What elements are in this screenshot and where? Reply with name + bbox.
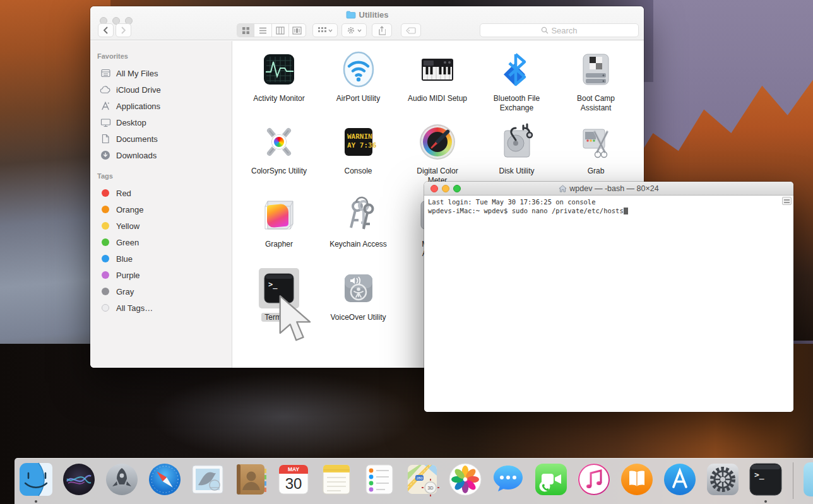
sidebar-item-red[interactable]: Red [90,185,232,201]
split-pane-button[interactable] [782,197,792,205]
sidebar-item-orange[interactable]: Orange [90,201,232,218]
app-disk-utility[interactable]: Disk Utility [478,122,555,176]
app-boot-camp-assistant[interactable]: Boot CampAssistant [557,49,634,113]
dock-divider [793,462,793,499]
sidebar-item-gray[interactable]: Gray [90,283,232,300]
app-bluetooth-file-exchange[interactable]: Bluetooth FileExchange [478,49,555,113]
column-view-icon [276,26,285,35]
app-voiceover-utility[interactable]: VoiceOver Utility [320,268,397,322]
sidebar-item-label: All Tags… [116,303,153,313]
sidebar-item-label: All My Files [116,69,158,78]
tag-button[interactable] [401,23,421,37]
app-label: ColorSync Utility [240,167,317,176]
app-keychain-access[interactable]: Keychain Access [320,195,397,249]
sidebar-item-label: Yellow [116,221,139,231]
wallpaper-snow-patch [151,372,417,460]
sidebar-item-downloads[interactable]: Downloads [90,147,232,163]
colorsync-utility-icon [259,122,299,162]
app-label: Activity Monitor [240,94,317,103]
app-audio-midi-setup[interactable]: Audio MIDI Setup [399,49,476,103]
dock-reminders[interactable] [362,462,396,496]
sidebar-item-purple[interactable]: Purple [90,267,232,283]
icon-view-button[interactable] [237,24,254,37]
app-label: Audio MIDI Setup [399,94,476,103]
sidebar-item-all-tags[interactable]: All Tags… [90,300,232,316]
arrange-button[interactable] [312,23,338,37]
bluetooth-file-exchange-icon [497,49,537,90]
dock-messages[interactable] [491,462,525,496]
back-button[interactable] [98,23,114,37]
sidebar-item-icloud-drive[interactable]: iCloud Drive [90,81,232,98]
desktop: Utilities [0,0,813,504]
share-button[interactable] [372,23,392,37]
app-console[interactable]: WARNINAY 7:36Console [320,122,397,176]
dock-safari[interactable] [148,462,182,496]
dock-appstore[interactable] [663,462,697,496]
sidebar-item-documents[interactable]: Documents [90,131,232,147]
applications-icon [100,100,111,112]
terminal-content[interactable]: Last login: Tue May 30 17:36:25 on conso… [424,196,793,412]
sidebar-item-label: Blue [116,254,133,264]
list-view-icon [259,26,267,35]
app-activity-monitor[interactable]: Activity Monitor [240,49,317,103]
console-icon: WARNINAY 7:36 [338,122,379,162]
dock-notes[interactable] [319,462,353,496]
dock-siri[interactable] [62,462,96,496]
tag-color-dot [102,189,109,197]
tag-color-dot [102,304,109,312]
column-view-button[interactable] [272,24,289,37]
dock-terminal[interactable]: >_ [749,462,783,496]
coverflow-view-button[interactable] [289,24,306,37]
dock-maps[interactable]: 2803D [405,462,439,496]
icloud-drive-icon [100,84,111,95]
app-grapher[interactable]: Grapher [240,195,317,249]
sidebar-item-blue[interactable]: Blue [90,250,232,267]
search-input[interactable]: Search [480,23,639,37]
sidebar-item-label: Green [116,238,139,247]
svg-text:>_: >_ [754,470,764,480]
sidebar-item-all-my-files[interactable]: All My Files [90,65,232,81]
icon-view-icon [242,26,250,35]
voiceover-utility-icon [338,268,379,308]
dock-partial-icon[interactable] [804,462,813,496]
sidebar-item-green[interactable]: Green [90,234,232,250]
dock-itunes[interactable] [577,462,611,496]
sidebar-item-label: Purple [116,271,140,280]
view-mode-control [237,23,306,37]
dock-photos[interactable] [448,462,482,496]
dock-contacts[interactable] [234,462,268,496]
svg-text:280: 280 [416,476,423,480]
sidebar-item-desktop[interactable]: Desktop [90,114,232,131]
sidebar-item-applications[interactable]: Applications [90,98,232,114]
tag-color-dot [102,206,109,213]
forward-button[interactable] [116,23,131,37]
share-icon [378,26,386,35]
sidebar-item-label: Orange [116,205,143,214]
finder-titlebar[interactable]: Utilities [90,6,644,40]
mouse-cursor [278,294,314,347]
app-airport-utility[interactable]: AirPort Utility [320,49,397,103]
svg-text:AY 7:36: AY 7:36 [347,141,377,149]
dock-calendar[interactable]: MAY30 [276,462,311,496]
app-digital-color-meter[interactable]: Digital ColorMeter [399,122,476,185]
list-view-button[interactable] [254,24,271,37]
running-indicator [35,500,37,503]
sidebar-item-label: Gray [116,287,134,296]
dock-finder[interactable] [19,462,53,496]
action-button[interactable] [341,23,367,37]
terminal-titlebar[interactable]: wpdev — -bash — 80×24 [424,182,793,196]
dock-facetime[interactable] [534,462,568,496]
keychain-access-icon [338,195,379,235]
tag-color-dot [102,255,109,262]
desktop-icon [100,117,111,128]
dock-sysprefs[interactable] [706,462,740,496]
audio-midi-setup-icon [417,49,458,90]
app-colorsync-utility[interactable]: ColorSync Utility [240,122,317,176]
terminal-line: Last login: Tue May 30 17:36:25 on conso… [428,198,790,207]
sidebar-item-yellow[interactable]: Yellow [90,218,232,234]
dock-mail[interactable] [191,462,225,496]
sidebar-item-label: Documents [116,134,158,144]
dock-ibooks[interactable] [620,462,654,496]
dock-launchpad[interactable] [105,462,139,496]
app-grab[interactable]: Grab [557,122,634,176]
